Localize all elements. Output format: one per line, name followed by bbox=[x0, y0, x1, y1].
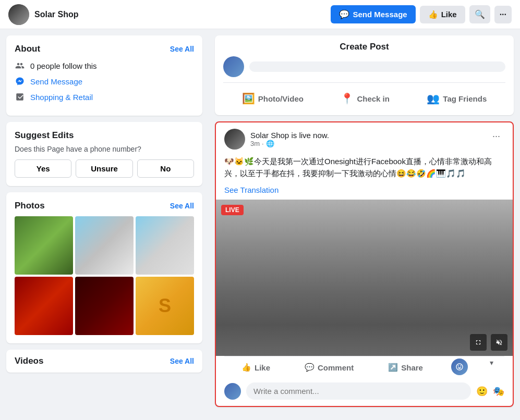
live-suffix: is live now. bbox=[289, 131, 329, 140]
post-header-left: Solar Shop is live now. 3m · 🌐 bbox=[224, 129, 329, 150]
post-meta: 3m · 🌐 bbox=[250, 140, 329, 147]
share-label: Share bbox=[401, 363, 423, 372]
about-see-all[interactable]: See All bbox=[170, 45, 194, 53]
videos-header-card: Videos See All bbox=[6, 350, 202, 373]
photos-see-all[interactable]: See All bbox=[170, 202, 194, 210]
live-container: LIVE bbox=[216, 200, 513, 356]
top-bar-actions: 💬 Send Message 👍 Like 🔍 ··· bbox=[331, 5, 512, 23]
photo-3[interactable] bbox=[136, 216, 194, 275]
check-in-label: Check in bbox=[357, 94, 390, 103]
photo-5[interactable] bbox=[75, 277, 134, 335]
post-card: Solar Shop is live now. 3m · 🌐 ··· 🐶🐱🌿今天… bbox=[215, 121, 514, 407]
photos-card: Photos See All S bbox=[6, 192, 202, 343]
photo-video-label: Photo/Video bbox=[258, 94, 304, 103]
see-translation[interactable]: See Translation bbox=[216, 184, 513, 200]
photo-1[interactable] bbox=[15, 216, 73, 275]
search-icon: 🔍 bbox=[475, 10, 485, 19]
page-avatar bbox=[8, 4, 29, 25]
create-post-actions: 🖼️ Photo/Video 📍 Check in 👥 Tag Friends bbox=[223, 82, 505, 109]
followers-text: 0 people follow this bbox=[30, 61, 97, 70]
yes-button[interactable]: Yes bbox=[15, 159, 71, 178]
send-message-button[interactable]: 💬 Send Message bbox=[331, 5, 415, 23]
chevron-down-icon[interactable]: ▾ bbox=[490, 359, 493, 376]
like-page-button[interactable]: 👍 Like bbox=[420, 6, 465, 23]
author-name: Solar Shop bbox=[250, 131, 289, 140]
about-header: About See All bbox=[15, 44, 194, 54]
suggest-edits-desc: Does this Page have a phone number? bbox=[15, 145, 194, 153]
location-icon: 📍 bbox=[341, 92, 354, 105]
commenter-avatar bbox=[224, 383, 241, 400]
category-item[interactable]: Shopping & Retail bbox=[15, 92, 194, 102]
video-controls bbox=[470, 334, 507, 351]
photos-grid: S bbox=[15, 216, 194, 335]
post-text: 🐶🐱🌿今天是我第一次通过Onesight进行Facebook直播，心情非常激动和… bbox=[216, 154, 513, 184]
post-header: Solar Shop is live now. 3m · 🌐 ··· bbox=[216, 122, 513, 154]
shopping-icon bbox=[15, 92, 25, 102]
post-time: 3m bbox=[250, 140, 260, 147]
photo-2[interactable] bbox=[75, 216, 134, 275]
photo-video-icon: 🖼️ bbox=[242, 92, 255, 105]
tag-friends-label: Tag Friends bbox=[443, 94, 487, 103]
right-content: Create Post 🖼️ Photo/Video 📍 Check in 👥 … bbox=[209, 35, 520, 407]
comment-icon: 💬 bbox=[305, 363, 315, 372]
live-video[interactable] bbox=[216, 200, 513, 356]
about-title: About bbox=[15, 44, 40, 54]
search-button[interactable]: 🔍 bbox=[469, 5, 490, 23]
comment-button[interactable]: 💬 Comment bbox=[298, 359, 360, 376]
share-button[interactable]: ↗️ Share bbox=[382, 359, 429, 376]
mute-button[interactable] bbox=[491, 334, 507, 351]
like-button[interactable]: 👍 Like bbox=[235, 359, 276, 376]
reaction-avatar bbox=[451, 359, 468, 375]
post-actions: 👍 Like 💬 Comment ↗️ Share ▾ bbox=[224, 356, 504, 378]
left-sidebar: About See All 0 people follow this Send … bbox=[0, 35, 209, 407]
post-author: Solar Shop is live now. bbox=[250, 131, 329, 140]
comment-label: Comment bbox=[318, 363, 354, 372]
suggest-edits-buttons: Yes Unsure No bbox=[15, 159, 194, 178]
send-message-label: Send Message bbox=[353, 10, 407, 19]
like-label: Like bbox=[255, 363, 270, 372]
share-icon: ↗️ bbox=[388, 363, 398, 372]
photos-title: Photos bbox=[15, 201, 45, 211]
page-identity: Solar Shop bbox=[8, 4, 78, 25]
top-bar: Solar Shop 💬 Send Message 👍 Like 🔍 ··· bbox=[0, 0, 520, 29]
unsure-button[interactable]: Unsure bbox=[76, 159, 132, 178]
suggest-edits-card: Suggest Edits Does this Page have a phon… bbox=[6, 122, 202, 186]
videos-title: Videos bbox=[15, 356, 43, 366]
create-post-card: Create Post 🖼️ Photo/Video 📍 Check in 👥 … bbox=[215, 35, 514, 115]
create-post-top bbox=[223, 56, 505, 77]
post-more-button[interactable]: ··· bbox=[488, 129, 504, 144]
fullscreen-button[interactable] bbox=[470, 334, 487, 351]
messenger-icon bbox=[15, 76, 25, 87]
more-icon: ··· bbox=[500, 10, 506, 19]
user-avatar-create bbox=[223, 56, 244, 77]
like-icon: 👍 bbox=[241, 363, 251, 372]
create-post-input[interactable] bbox=[249, 61, 505, 72]
emoji-button[interactable]: 🙂 bbox=[476, 386, 488, 397]
sticker-button[interactable]: 🎭 bbox=[493, 386, 504, 397]
like-label: Like bbox=[441, 10, 457, 19]
photo-4[interactable] bbox=[15, 277, 73, 335]
suggest-edits-title: Suggest Edits bbox=[15, 130, 194, 141]
main-layout: About See All 0 people follow this Send … bbox=[0, 29, 520, 413]
tag-friends-icon: 👥 bbox=[427, 92, 440, 105]
tag-friends-button[interactable]: 👥 Tag Friends bbox=[420, 88, 493, 109]
messenger-icon: 💬 bbox=[339, 9, 349, 19]
photos-header: Photos See All bbox=[15, 201, 194, 211]
post-avatar bbox=[224, 129, 245, 150]
create-post-title: Create Post bbox=[223, 42, 505, 52]
photo-video-button[interactable]: 🖼️ Photo/Video bbox=[236, 88, 310, 109]
comment-input[interactable] bbox=[246, 382, 471, 400]
photo-6[interactable]: S bbox=[136, 277, 194, 335]
comment-area: 🙂 🎭 bbox=[216, 378, 513, 406]
videos-see-all[interactable]: See All bbox=[170, 357, 194, 365]
followers-item: 0 people follow this bbox=[15, 60, 194, 71]
globe-icon: 🌐 bbox=[266, 140, 274, 147]
check-in-button[interactable]: 📍 Check in bbox=[334, 88, 396, 109]
dot-separator: · bbox=[262, 140, 264, 147]
send-message-item[interactable]: Send Message bbox=[15, 76, 194, 87]
category-link[interactable]: Shopping & Retail bbox=[30, 93, 93, 102]
send-message-link[interactable]: Send Message bbox=[30, 77, 82, 86]
no-button[interactable]: No bbox=[137, 159, 194, 178]
page-name: Solar Shop bbox=[34, 10, 78, 19]
more-options-button[interactable]: ··· bbox=[494, 6, 512, 23]
